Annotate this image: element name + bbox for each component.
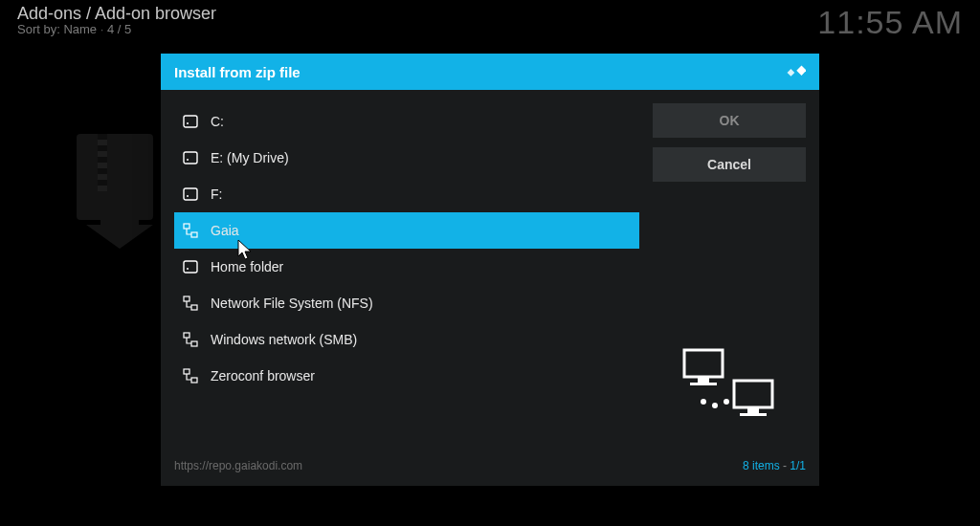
svg-rect-4 bbox=[98, 157, 107, 163]
cancel-button[interactable]: Cancel bbox=[653, 147, 806, 182]
dialog-side-panel: OK Cancel bbox=[653, 103, 806, 459]
file-item-c-drive[interactable]: C: bbox=[174, 103, 639, 140]
dialog-footer: https://repo.gaiakodi.com 8 items - 1/1 bbox=[161, 459, 819, 486]
background-header: Add-ons / Add-on browser Sort by: Name ·… bbox=[0, 0, 980, 41]
file-item-label: Home folder bbox=[211, 259, 283, 274]
network-icon bbox=[182, 222, 199, 239]
svg-rect-13 bbox=[184, 188, 197, 200]
svg-rect-3 bbox=[98, 145, 107, 151]
svg-rect-20 bbox=[191, 305, 197, 310]
zip-download-icon bbox=[67, 134, 163, 249]
file-item-smb[interactable]: Windows network (SMB) bbox=[174, 321, 639, 358]
dialog-title: Install from zip file bbox=[174, 64, 301, 80]
svg-rect-15 bbox=[184, 224, 189, 229]
network-graphic-icon bbox=[677, 346, 782, 432]
footer-url: https://repo.gaiakodi.com bbox=[174, 459, 302, 480]
svg-point-32 bbox=[712, 403, 718, 408]
svg-rect-5 bbox=[98, 168, 107, 174]
svg-point-14 bbox=[187, 195, 189, 197]
svg-rect-9 bbox=[184, 116, 197, 127]
file-item-f-drive[interactable]: F: bbox=[174, 176, 639, 212]
svg-rect-30 bbox=[740, 413, 767, 416]
dialog-title-bar: Install from zip file bbox=[161, 54, 819, 90]
svg-rect-28 bbox=[734, 381, 772, 407]
footer-item-count: 8 items - 1/1 bbox=[743, 459, 806, 480]
file-item-zeroconf[interactable]: Zeroconf browser bbox=[174, 358, 639, 394]
svg-rect-16 bbox=[191, 232, 197, 237]
svg-rect-8 bbox=[788, 69, 795, 77]
svg-rect-23 bbox=[184, 369, 189, 374]
svg-rect-11 bbox=[184, 152, 197, 164]
kodi-logo-icon bbox=[785, 61, 806, 82]
svg-rect-7 bbox=[796, 66, 806, 76]
file-item-label: Network File System (NFS) bbox=[211, 296, 373, 311]
clock: 11:55 AM bbox=[817, 4, 963, 41]
breadcrumb: Add-ons / Add-on browser bbox=[17, 4, 216, 24]
svg-point-33 bbox=[724, 399, 729, 405]
file-item-e-drive[interactable]: E: (My Drive) bbox=[174, 140, 639, 176]
svg-rect-25 bbox=[684, 350, 723, 377]
svg-rect-24 bbox=[191, 378, 197, 383]
svg-point-10 bbox=[187, 122, 189, 124]
svg-rect-22 bbox=[191, 341, 197, 346]
network-icon bbox=[182, 295, 199, 312]
file-item-label: C: bbox=[211, 114, 224, 129]
svg-point-12 bbox=[187, 159, 189, 161]
disk-icon bbox=[182, 113, 199, 130]
file-item-gaia[interactable]: Gaia bbox=[174, 212, 639, 249]
file-item-label: F: bbox=[211, 186, 222, 202]
svg-rect-2 bbox=[98, 134, 107, 140]
svg-rect-17 bbox=[184, 261, 197, 273]
network-icon bbox=[182, 331, 199, 348]
disk-icon bbox=[182, 258, 199, 275]
svg-rect-6 bbox=[98, 180, 107, 186]
file-item-label: E: (My Drive) bbox=[211, 150, 289, 165]
file-item-label: Zeroconf browser bbox=[211, 368, 315, 384]
disk-icon bbox=[182, 186, 199, 203]
file-item-label: Windows network (SMB) bbox=[211, 332, 357, 347]
file-item-nfs[interactable]: Network File System (NFS) bbox=[174, 285, 639, 321]
svg-point-31 bbox=[701, 399, 706, 405]
file-list: C: E: (My Drive) F: Gaia bbox=[174, 103, 639, 459]
svg-rect-29 bbox=[747, 407, 759, 413]
file-item-home-folder[interactable]: Home folder bbox=[174, 249, 639, 285]
svg-point-18 bbox=[187, 268, 189, 270]
network-icon bbox=[182, 367, 199, 384]
sort-info: Sort by: Name · 4 / 5 bbox=[17, 22, 216, 36]
install-zip-dialog: Install from zip file C: E: (My Drive) bbox=[161, 54, 819, 486]
file-item-label: Gaia bbox=[211, 223, 239, 238]
svg-rect-19 bbox=[184, 296, 189, 301]
ok-button[interactable]: OK bbox=[653, 103, 806, 138]
svg-rect-21 bbox=[184, 333, 189, 338]
svg-rect-26 bbox=[698, 377, 709, 383]
disk-icon bbox=[182, 149, 199, 166]
svg-rect-27 bbox=[690, 383, 717, 385]
